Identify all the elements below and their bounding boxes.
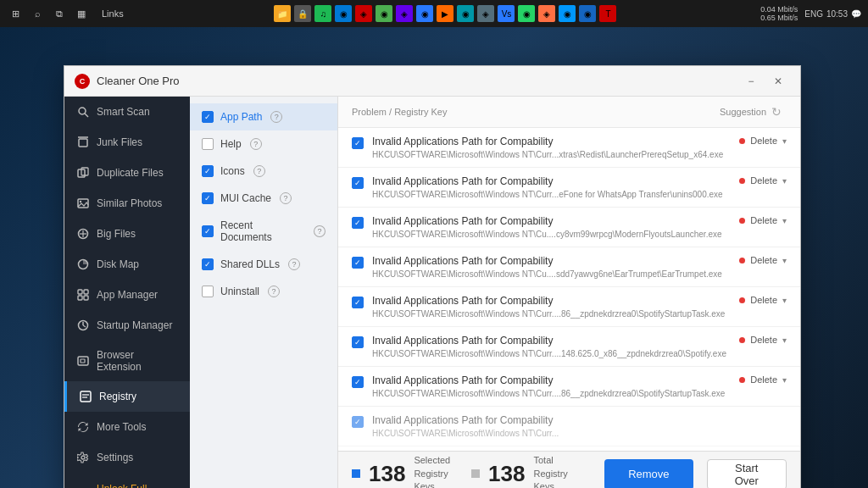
chevron-down-3[interactable]: ▾ xyxy=(782,256,787,265)
sidebar-item-more-tools[interactable]: More Tools xyxy=(64,412,190,442)
delete-label-2[interactable]: Delete xyxy=(750,215,777,225)
taskbar-app-16[interactable]: ◉ xyxy=(579,5,596,22)
help-checkbox[interactable] xyxy=(202,138,214,150)
chevron-down-2[interactable]: ▾ xyxy=(782,216,787,225)
sidebar-item-browser-extension[interactable]: Browser Extension xyxy=(64,341,190,381)
remove-button[interactable]: Remove xyxy=(604,459,693,489)
mui-cache-checkbox[interactable]: ✓ xyxy=(202,192,214,204)
taskbar-app-10[interactable]: ◉ xyxy=(457,5,474,22)
start-button[interactable]: ⊞ xyxy=(7,5,24,22)
taskbar-app-9[interactable]: ▶ xyxy=(437,5,453,22)
sidebar-item-big-files[interactable]: Big Files xyxy=(64,219,190,249)
delete-label-0[interactable]: Delete xyxy=(750,136,777,146)
taskbar-app-3[interactable]: ♫ xyxy=(314,5,331,22)
taskbar-app-6[interactable]: ◉ xyxy=(376,5,392,22)
chevron-down-0[interactable]: ▾ xyxy=(782,136,787,146)
app-path-help-icon[interactable]: ? xyxy=(270,111,282,123)
notification-icon[interactable]: 💬 xyxy=(851,9,861,19)
sidebar-label-duplicate-files: Duplicate Files xyxy=(97,167,164,179)
sidebar-item-similar-photos[interactable]: Similar Photos xyxy=(64,188,190,219)
sub-item-shared-dlls[interactable]: ✓ Shared DLLs ? xyxy=(190,251,337,278)
chevron-down-6[interactable]: ▾ xyxy=(782,375,787,385)
mui-cache-help-icon[interactable]: ? xyxy=(280,192,292,204)
result-checkbox-5[interactable]: ✓ xyxy=(352,336,364,348)
result-checkbox-0[interactable]: ✓ xyxy=(352,137,364,149)
sidebar-item-junk-files[interactable]: Junk Files xyxy=(64,127,190,158)
result-checkbox-7[interactable]: ✓ xyxy=(352,416,364,428)
result-action-3: Delete ▾ xyxy=(739,255,787,265)
app-path-checkbox[interactable]: ✓ xyxy=(202,111,214,123)
taskbar-app-trend[interactable]: T xyxy=(599,5,616,22)
result-action-4: Delete ▾ xyxy=(739,295,787,305)
result-checkbox-6[interactable]: ✓ xyxy=(352,376,364,388)
delete-label-1[interactable]: Delete xyxy=(750,175,777,186)
result-checkbox-1[interactable]: ✓ xyxy=(352,177,364,189)
result-path-1: HKCU\SOFTWARE\Microsoft\Windows NT\Curr.… xyxy=(372,190,731,199)
sidebar-item-disk-map[interactable]: Disk Map xyxy=(64,249,190,280)
taskbar-app-2[interactable]: 🔒 xyxy=(294,5,311,22)
result-title-2: Invalid Applications Path for Compabilit… xyxy=(372,215,731,227)
taskbar-app-14[interactable]: ◈ xyxy=(538,5,555,22)
task-view-icon[interactable]: ⧉ xyxy=(51,5,68,22)
icons-checkbox[interactable]: ✓ xyxy=(202,165,214,177)
table-row: ✓ Invalid Applications Path for Compabil… xyxy=(338,407,800,446)
sidebar-item-duplicate-files[interactable]: Duplicate Files xyxy=(64,158,190,188)
sub-item-help[interactable]: Help ? xyxy=(190,130,337,158)
search-icon[interactable]: ⌕ xyxy=(29,5,46,22)
svg-point-7 xyxy=(80,201,81,202)
taskbar-app-1[interactable]: 📁 xyxy=(274,5,291,22)
sub-item-uninstall[interactable]: Uninstall ? xyxy=(190,278,337,305)
help-help-icon[interactable]: ? xyxy=(250,138,262,150)
taskbar-app-7[interactable]: ◈ xyxy=(396,5,413,22)
taskbar-app-12[interactable]: Vs xyxy=(498,5,515,22)
delete-dot-1 xyxy=(739,178,745,184)
sidebar-item-startup-manager[interactable]: Startup Manager xyxy=(64,310,190,341)
taskbar-app-8[interactable]: ◉ xyxy=(416,5,433,22)
shared-dlls-checkbox[interactable]: ✓ xyxy=(202,258,214,270)
sidebar-item-app-manager[interactable]: App Manager xyxy=(64,280,190,310)
taskbar-app-13[interactable]: ◉ xyxy=(518,5,535,22)
svg-rect-21 xyxy=(81,391,91,402)
result-title-4: Invalid Applications Path for Compabilit… xyxy=(372,295,731,307)
delete-label-5[interactable]: Delete xyxy=(750,335,777,345)
close-button[interactable]: ✕ xyxy=(766,71,790,92)
sidebar-item-settings[interactable]: Settings xyxy=(64,442,190,473)
minimize-button[interactable]: − xyxy=(739,71,763,92)
sub-item-mui-cache[interactable]: ✓ MUI Cache ? xyxy=(190,185,337,212)
delete-label-6[interactable]: Delete xyxy=(750,374,777,385)
chevron-down-1[interactable]: ▾ xyxy=(782,176,787,186)
sub-label-shared-dlls: Shared DLLs xyxy=(220,258,280,270)
result-checkbox-4[interactable]: ✓ xyxy=(352,297,364,308)
widgets-icon[interactable]: ▦ xyxy=(73,5,90,22)
result-checkbox-2[interactable]: ✓ xyxy=(352,217,364,229)
table-row: ✓ Invalid Applications Path for Compabil… xyxy=(338,367,800,407)
svg-rect-13 xyxy=(84,290,88,294)
settings-icon xyxy=(76,451,90,464)
taskbar-app-4[interactable]: ◉ xyxy=(335,5,352,22)
start-over-button[interactable]: Start Over xyxy=(707,459,787,489)
chevron-down-5[interactable]: ▾ xyxy=(782,336,787,345)
chevron-down-4[interactable]: ▾ xyxy=(782,296,787,305)
result-checkbox-3[interactable]: ✓ xyxy=(352,257,364,269)
icons-help-icon[interactable]: ? xyxy=(253,165,265,177)
sidebar-item-unlock[interactable]: Unlock Full Version xyxy=(64,474,190,488)
taskbar-app-15[interactable]: ◉ xyxy=(559,5,576,22)
sub-item-recent-documents[interactable]: ✓ Recent Documents ? xyxy=(190,212,337,251)
language-indicator: ENG xyxy=(804,9,823,19)
uninstall-help-icon[interactable]: ? xyxy=(268,286,280,297)
delete-label-3[interactable]: Delete xyxy=(750,255,777,265)
uninstall-checkbox[interactable] xyxy=(202,286,214,297)
shared-dlls-help-icon[interactable]: ? xyxy=(288,258,300,270)
result-path-6: HKCU\SOFTWARE\Microsoft\Windows NT\Curr.… xyxy=(372,389,731,398)
sidebar-item-smart-scan[interactable]: Smart Scan xyxy=(64,97,190,127)
delete-label-4[interactable]: Delete xyxy=(750,295,777,305)
recent-docs-checkbox[interactable]: ✓ xyxy=(202,225,214,237)
taskbar-app-11[interactable]: ◈ xyxy=(477,5,494,22)
sub-item-icons[interactable]: ✓ Icons ? xyxy=(190,158,337,185)
taskbar-app-5[interactable]: ◈ xyxy=(355,5,372,22)
refresh-icon[interactable]: ↻ xyxy=(766,102,787,122)
sidebar-item-registry[interactable]: Registry xyxy=(64,381,190,412)
sub-label-recent-documents: Recent Documents xyxy=(220,219,305,243)
recent-docs-help-icon[interactable]: ? xyxy=(314,225,326,237)
sub-item-app-path[interactable]: ✓ App Path ? xyxy=(190,103,337,130)
